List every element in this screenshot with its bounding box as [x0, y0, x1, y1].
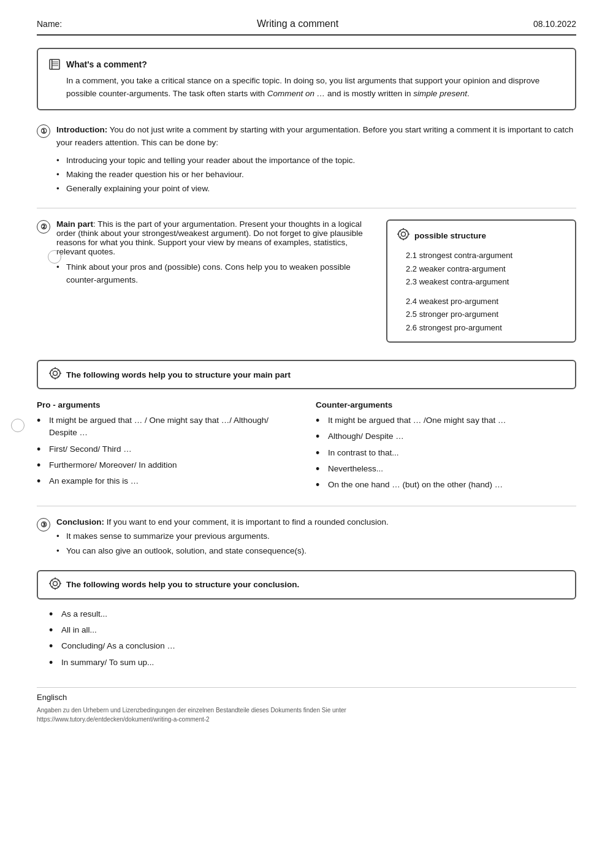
section2-title: Main part — [56, 219, 93, 229]
margin-circle-2 — [11, 419, 25, 432]
tip-icon — [397, 228, 409, 243]
section1-bullets: Introducing your topic and telling your … — [56, 154, 576, 196]
tip-box-body: 2.1 strongest contra-argument 2.2 weaker… — [397, 249, 565, 334]
pro-bullets: It might be argued that … / One might sa… — [37, 414, 297, 487]
page-header: Name: Writing a comment 08.10.2022 — [37, 18, 576, 36]
svg-line-22 — [52, 376, 53, 377]
page-title: Writing a comment — [257, 18, 338, 29]
svg-line-33 — [58, 586, 59, 587]
definition-text: In a comment, you take a critical stance… — [48, 75, 564, 101]
definition-heading: What's a comment? — [66, 59, 147, 69]
conclusion-tip-box: The following words help you to structur… — [37, 570, 576, 600]
svg-point-20 — [53, 371, 58, 376]
svg-line-24 — [52, 370, 53, 371]
list-item: First/ Second/ Third … — [37, 443, 297, 455]
book-icon — [48, 58, 61, 71]
svg-line-31 — [58, 580, 59, 581]
divider-2 — [37, 506, 576, 506]
main-part-tip-heading: The following words help you to structur… — [66, 370, 291, 379]
conclusion-tip-heading: The following words help you to structur… — [66, 580, 299, 589]
main-part-tip-box: The following words help you to structur… — [37, 360, 576, 389]
tip-item: 2.6 strongest pro-argument — [398, 321, 565, 334]
svg-point-15 — [50, 368, 60, 378]
section-conclusion: ③ Conclusion: If you want to end your co… — [37, 517, 576, 559]
list-item: An example for this is … — [37, 475, 297, 487]
list-item: Introducing your topic and telling your … — [56, 154, 576, 167]
section3-bullets: It makes sense to summarize your previou… — [56, 530, 389, 557]
section1-number: ① — [37, 124, 50, 138]
header-date: 08.10.2022 — [533, 19, 576, 29]
list-item: Think about your pros and (possible) con… — [56, 261, 376, 286]
list-item: It might be argued that … / One might sa… — [37, 414, 297, 440]
divider-1 — [37, 208, 576, 208]
list-item: In summary/ To sum up... — [49, 657, 576, 669]
pro-arguments-col: Pro - arguments It might be argued that … — [37, 400, 297, 495]
svg-line-11 — [406, 231, 407, 232]
section2-number: ② — [37, 220, 50, 234]
section2-left: Main part: This is the part of your argu… — [56, 219, 376, 288]
section2-tipbox: possible structure 2.1 strongest contra-… — [386, 219, 576, 343]
list-item: All in all... — [49, 624, 576, 636]
section3-intro: If you want to end your comment, it is i… — [104, 517, 389, 527]
svg-line-34 — [52, 580, 53, 581]
svg-line-32 — [52, 586, 53, 587]
svg-line-21 — [58, 370, 59, 371]
svg-point-25 — [50, 579, 60, 588]
pro-title: Pro - arguments — [37, 400, 297, 409]
section1-title: Introduction: — [56, 125, 107, 134]
list-item: In contrast to that... — [316, 447, 576, 459]
svg-line-12 — [400, 237, 402, 238]
tip-item: 2.3 weakest contra-argument — [398, 275, 565, 288]
svg-point-5 — [398, 229, 408, 239]
tip-icon-conclusion — [49, 577, 61, 592]
name-label: Name: — [37, 19, 62, 29]
list-item: Furthermore/ Moreover/ In addition — [37, 459, 297, 471]
svg-point-10 — [402, 232, 406, 237]
tip-item: 2.2 weaker contra-argument — [398, 262, 565, 275]
list-item: As a result... — [49, 608, 576, 620]
section-introduction: ① Introduction: You do not just write a … — [37, 124, 576, 197]
svg-rect-0 — [50, 59, 59, 69]
tip-item: 2.5 stronger pro-argument — [398, 308, 565, 321]
svg-line-13 — [406, 237, 407, 238]
section1-intro: You do not just write a comment by start… — [56, 125, 573, 147]
svg-point-30 — [53, 581, 58, 585]
list-item: Nevertheless... — [316, 463, 576, 475]
section3-number: ③ — [37, 518, 50, 531]
definition-box: What's a comment? In a comment, you take… — [37, 48, 576, 110]
tip-item: 2.4 weakest pro-argument — [398, 295, 565, 308]
counter-arguments-col: Counter-arguments It might be argued tha… — [316, 400, 576, 495]
tip-icon-main — [49, 367, 61, 382]
tip-box-heading: possible structure — [414, 231, 486, 240]
tip-item: 2.1 strongest contra-argument — [398, 249, 565, 262]
list-item: You can also give an outlook, solution, … — [56, 545, 389, 557]
arguments-grid: Pro - arguments It might be argued that … — [37, 400, 576, 495]
section2-bullets: Think about your pros and (possible) con… — [56, 261, 376, 286]
list-item: It makes sense to summarize your previou… — [56, 530, 389, 542]
definition-box-heading: What's a comment? — [48, 58, 564, 71]
list-item: It might be argued that … /One might say… — [316, 414, 576, 427]
section2-intro: : This is the part of your argumentation… — [56, 219, 363, 256]
list-item: Although/ Despite … — [316, 430, 576, 443]
footer-legal: Angaben zu den Urhebern und Lizenzbeding… — [37, 706, 576, 724]
list-item: Concluding/ As a conclusion … — [49, 640, 576, 652]
list-item: Generally explaining your point of view. — [56, 183, 576, 195]
list-item: On the one hand … (but) on the other (ha… — [316, 479, 576, 491]
section3-title: Conclusion: — [56, 517, 104, 527]
page-footer: Englisch Angaben zu den Urhebern und Liz… — [37, 687, 576, 724]
counter-bullets: It might be argued that … /One might say… — [316, 414, 576, 491]
counter-title: Counter-arguments — [316, 400, 576, 409]
svg-line-23 — [58, 376, 59, 377]
footer-subject: Englisch — [37, 693, 576, 702]
list-item: Making the reader question his or her be… — [56, 169, 576, 181]
section-main-part: ② Main part: This is the part of your ar… — [37, 219, 576, 343]
conclusion-tip-bullets: As a result... All in all... Concluding/… — [37, 608, 576, 669]
svg-rect-1 — [51, 59, 53, 69]
svg-line-14 — [400, 231, 402, 232]
